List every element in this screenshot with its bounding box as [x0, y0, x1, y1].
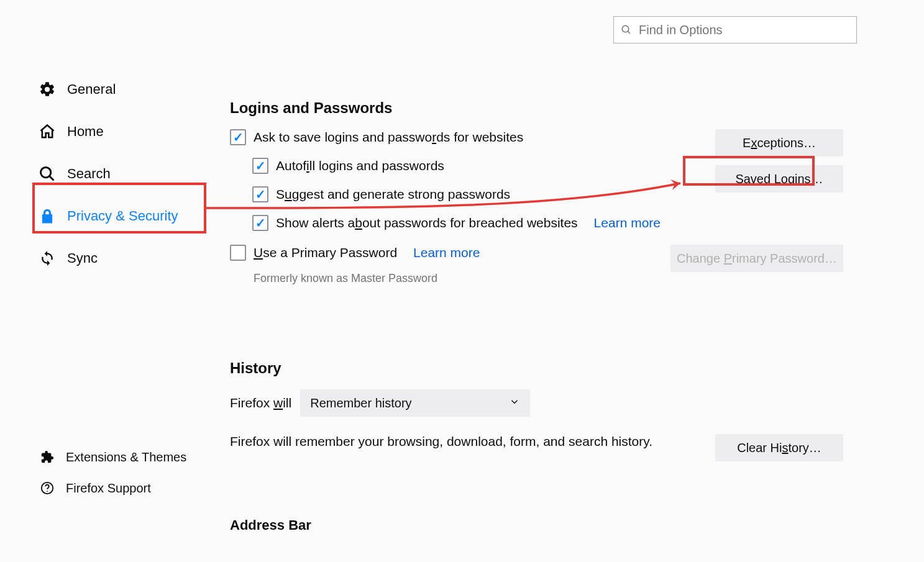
- sidebar-item-label: Search: [67, 166, 111, 182]
- sidebar-item-label: Extensions & Themes: [66, 450, 186, 465]
- svg-point-3: [622, 25, 629, 32]
- checkbox-row-suggest: Suggest and generate strong passwords: [252, 186, 661, 202]
- sidebar-item-label: General: [67, 81, 116, 97]
- sidebar-item-label: Privacy & Security: [67, 208, 178, 224]
- chevron-down-icon: [509, 396, 520, 410]
- find-in-options-input[interactable]: [613, 16, 857, 43]
- sidebar-item-label: Sync: [67, 250, 98, 266]
- history-title: History: [230, 360, 843, 377]
- puzzle-icon: [39, 448, 56, 466]
- sidebar-item-label: Home: [67, 124, 104, 140]
- search-icon: [39, 165, 56, 183]
- checkbox-suggest[interactable]: [252, 186, 268, 202]
- address-bar-title: Address Bar: [230, 517, 843, 533]
- sidebar-item-label: Firefox Support: [66, 481, 151, 496]
- checkbox-row-autofill: Autofill logins and passwords: [252, 158, 661, 174]
- clear-history-button[interactable]: Clear History…: [715, 434, 843, 461]
- help-icon: [39, 479, 56, 497]
- dropdown-value: Remember history: [310, 396, 411, 410]
- checkbox-alerts[interactable]: [252, 215, 268, 231]
- history-firefox-will-label: Firefox will: [230, 396, 291, 410]
- sidebar-item-privacy-security[interactable]: Privacy & Security: [39, 195, 230, 237]
- svg-point-0: [41, 168, 51, 178]
- checkbox-row-alerts: Show alerts about passwords for breached…: [252, 215, 661, 231]
- checkbox-primary-password[interactable]: [230, 245, 246, 261]
- checkbox-ask-save[interactable]: [230, 129, 246, 145]
- checkbox-row-primary-password: Use a Primary Password Learn more: [230, 245, 480, 261]
- saved-logins-button[interactable]: Saved Logins…: [715, 165, 843, 193]
- svg-point-2: [47, 491, 48, 492]
- search-field-wrap: [613, 16, 857, 43]
- checkbox-row-ask-save: Ask to save logins and passwords for web…: [230, 129, 661, 145]
- exceptions-button[interactable]: Exceptions…: [715, 129, 843, 156]
- checkbox-label: Show alerts about passwords for breached…: [276, 215, 578, 230]
- sidebar-item-extensions-themes[interactable]: Extensions & Themes: [39, 442, 230, 473]
- logins-passwords-title: Logins and Passwords: [230, 99, 843, 117]
- sidebar-item-search[interactable]: Search: [39, 153, 230, 195]
- sidebar: General Home Search Privacy & Security S…: [0, 12, 230, 562]
- learn-more-link[interactable]: Learn more: [594, 215, 661, 230]
- sidebar-item-firefox-support[interactable]: Firefox Support: [39, 473, 230, 504]
- main-content: Logins and Passwords Ask to save logins …: [230, 12, 924, 562]
- history-description: Firefox will remember your browsing, dow…: [230, 434, 652, 449]
- sidebar-item-home[interactable]: Home: [39, 111, 230, 153]
- home-icon: [39, 123, 56, 140]
- checkbox-label: Suggest and generate strong passwords: [276, 187, 510, 202]
- lock-icon: [39, 207, 56, 225]
- change-primary-password-button[interactable]: Change Primary Password…: [670, 245, 843, 272]
- sidebar-item-sync[interactable]: Sync: [39, 237, 230, 279]
- search-icon: [621, 24, 632, 35]
- checkbox-label: Use a Primary Password: [254, 245, 397, 260]
- learn-more-link[interactable]: Learn more: [413, 245, 480, 260]
- checkbox-autofill[interactable]: [252, 158, 268, 174]
- checkbox-label: Ask to save logins and passwords for web…: [254, 130, 523, 145]
- sync-icon: [39, 250, 56, 267]
- gear-icon: [39, 81, 56, 98]
- checkbox-label: Autofill logins and passwords: [276, 158, 444, 173]
- primary-password-hint: Formerly known as Master Password: [254, 272, 480, 285]
- history-mode-dropdown[interactable]: Remember history: [300, 389, 530, 417]
- sidebar-item-general[interactable]: General: [39, 68, 230, 111]
